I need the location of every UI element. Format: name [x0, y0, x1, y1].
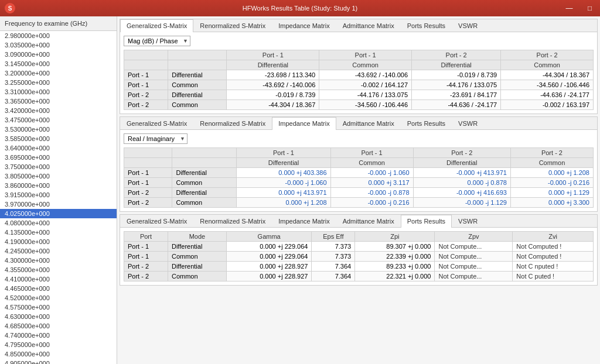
z-th-common2: Common — [510, 158, 593, 168]
tab2-renorm-s[interactable]: Renormalized S-Matrix — [193, 117, 272, 129]
sidebar-item[interactable]: 4.190000e+000 — [0, 237, 117, 246]
tab2-vswr[interactable]: VSWR — [452, 117, 484, 129]
tab-bar-1: Generalized S-Matrix Renormalized S-Matr… — [120, 19, 597, 32]
tab2-impedance[interactable]: Impedance Matrix — [272, 117, 336, 130]
z-th-empty1 — [124, 148, 172, 158]
restore-button[interactable]: □ — [579, 0, 600, 16]
sidebar-item[interactable]: 4.520000e+000 — [0, 293, 117, 303]
table-row: Port - 1Differential-23.698 / 113.340-43… — [124, 70, 594, 80]
impedance-dropdown[interactable]: Real / Imaginary — [124, 133, 188, 144]
sidebar-item[interactable]: 3.255000e+000 — [0, 78, 117, 87]
z-th-port2b: Port - 2 — [510, 148, 593, 158]
sidebar-item[interactable]: 4.300000e+000 — [0, 256, 117, 265]
sidebar-item[interactable]: 3.695000e+000 — [0, 153, 117, 162]
cell-value: 0.000 +j 3.117 — [330, 178, 413, 188]
sidebar-item[interactable]: 4.630000e+000 — [0, 312, 117, 321]
sidebar-item[interactable]: 3.915000e+000 — [0, 190, 117, 200]
tab-impedance-1[interactable]: Impedance Matrix — [272, 19, 336, 32]
cell-value: -43.692 / -140.006 — [319, 70, 412, 80]
sidebar-item[interactable]: 3.475000e+000 — [0, 115, 117, 125]
ports-table: Port Mode Gamma Eps Eff Zpi Zpv Zvi Port… — [124, 231, 594, 281]
cell-label: Port - 2 — [124, 188, 172, 198]
window-controls[interactable]: — □ — [559, 0, 600, 16]
tab3-renorm-s[interactable]: Renormalized S-Matrix — [193, 215, 272, 227]
cell-label: Differential — [168, 262, 226, 272]
th-port1b: Port - 1 — [319, 50, 412, 60]
sidebar-item[interactable]: 3.805000e+000 — [0, 171, 117, 181]
frequency-sidebar[interactable]: Frequency to examine (GHz) 2.980000e+000… — [0, 16, 117, 364]
table-row: Port - 2Differential-0.019 / 8.739-44.17… — [124, 90, 594, 100]
sidebar-item[interactable]: 3.365000e+000 — [0, 97, 117, 106]
cell-value: 0.000 +j 403.386 — [237, 168, 330, 178]
sidebar-item[interactable]: 4.025000e+000 — [0, 209, 117, 218]
cell-value: -44.636 / -24.177 — [501, 90, 594, 100]
sidebar-item[interactable]: 3.200000e+000 — [0, 68, 117, 78]
sidebar-item[interactable]: 4.685000e+000 — [0, 321, 117, 331]
cell-label: Port - 1 — [124, 168, 172, 178]
sidebar-item[interactable]: 4.355000e+000 — [0, 265, 117, 274]
tab-generalized-s[interactable]: Generalized S-Matrix — [120, 19, 193, 32]
app-icon: S — [5, 3, 15, 13]
sidebar-item[interactable]: 2.980000e+000 — [0, 31, 117, 40]
p-th-zpv: Zpv — [435, 232, 513, 242]
tab2-admittance[interactable]: Admittance Matrix — [336, 117, 401, 129]
sidebar-item[interactable]: 3.145000e+000 — [0, 59, 117, 68]
sidebar-item[interactable]: 3.640000e+000 — [0, 143, 117, 153]
cell-value: 0.000 +j 1.208 — [237, 198, 330, 208]
sidebar-item[interactable]: 3.310000e+000 — [0, 87, 117, 97]
cell-value: -34.560 / -106.446 — [501, 80, 594, 90]
cell-value: -0.002 / 164.127 — [319, 80, 412, 90]
sidebar-item[interactable]: 3.750000e+000 — [0, 162, 117, 171]
sidebar-item[interactable]: 3.035000e+000 — [0, 40, 117, 50]
minimize-button[interactable]: — — [559, 0, 579, 16]
tab3-vswr[interactable]: VSWR — [452, 215, 484, 227]
impedance-dropdown-wrapper[interactable]: Real / Imaginary ▼ — [124, 133, 188, 144]
sidebar-item[interactable]: 3.970000e+000 — [0, 200, 117, 209]
cell-value: 0.000 +j 1.129 — [510, 188, 593, 198]
cell-value: -0.000 -j 1.060 — [330, 168, 413, 178]
tab-vswr-1[interactable]: VSWR — [452, 19, 484, 32]
sidebar-item[interactable]: 4.245000e+000 — [0, 246, 117, 256]
not-computed-cell: Not Compute... — [435, 242, 513, 252]
sidebar-item[interactable]: 4.465000e+000 — [0, 284, 117, 293]
tab3-ports[interactable]: Ports Results — [401, 215, 452, 228]
table-row: Port - 1Common-43.692 / -140.006-0.002 /… — [124, 80, 594, 90]
not-computed-cell: Not Compute... — [435, 272, 513, 281]
tab-admittance-1[interactable]: Admittance Matrix — [336, 19, 401, 32]
table-row: Port - 2Common0.000 +j 1.208-0.000 -j 0.… — [124, 198, 594, 208]
cell-label: Differential — [168, 242, 226, 252]
tab3-admittance[interactable]: Admittance Matrix — [336, 215, 401, 227]
sidebar-item[interactable]: 4.905000e+000 — [0, 359, 117, 364]
smatrix-dropdown-wrapper[interactable]: Mag (dB) / Phase ▼ — [124, 36, 190, 46]
sidebar-item[interactable]: 3.530000e+000 — [0, 125, 117, 134]
sidebar-item[interactable]: 4.740000e+000 — [0, 331, 117, 340]
tab-ports-1[interactable]: Ports Results — [401, 19, 452, 32]
table-row: Port - 1Differential0.000 +j 229.0647.37… — [124, 242, 594, 252]
smatrix-dropdown[interactable]: Mag (dB) / Phase — [124, 36, 190, 46]
cell-value: 22.339 +j 0.000 — [355, 252, 435, 262]
sidebar-item[interactable]: 3.420000e+000 — [0, 106, 117, 115]
smatrix-section: Mag (dB) / Phase ▼ Port - 1 Port - 1 Por… — [120, 32, 597, 114]
table-row: Port - 2Differential0.000 +j 413.971-0.0… — [124, 188, 594, 198]
cell-value: -44.176 / 133.075 — [319, 90, 412, 100]
tab3-gen-s[interactable]: Generalized S-Matrix — [120, 215, 193, 227]
sidebar-item[interactable]: 3.860000e+000 — [0, 181, 117, 190]
main-container: Frequency to examine (GHz) 2.980000e+000… — [0, 16, 600, 364]
sidebar-item[interactable]: 4.795000e+000 — [0, 340, 117, 349]
cell-value: 0.000 +j 3.300 — [510, 198, 593, 208]
tab2-gen-s[interactable]: Generalized S-Matrix — [120, 117, 193, 129]
sidebar-item[interactable]: 4.575000e+000 — [0, 303, 117, 312]
table-row: Port - 1Common-0.000 -j 1.0600.000 +j 3.… — [124, 178, 594, 188]
tab2-ports[interactable]: Ports Results — [401, 117, 452, 129]
th-empty2 — [168, 50, 227, 60]
sidebar-item[interactable]: 4.080000e+000 — [0, 218, 117, 228]
sidebar-item[interactable]: 4.410000e+000 — [0, 274, 117, 284]
tab3-impedance[interactable]: Impedance Matrix — [272, 215, 336, 227]
th-port1a: Port - 1 — [227, 50, 319, 60]
sidebar-item[interactable]: 4.135000e+000 — [0, 228, 117, 237]
sidebar-item[interactable]: 3.585000e+000 — [0, 134, 117, 143]
impedance-table: Port - 1 Port - 1 Port - 2 Port - 2 Diff… — [124, 147, 594, 208]
sidebar-item[interactable]: 3.090000e+000 — [0, 50, 117, 59]
sidebar-item[interactable]: 4.850000e+000 — [0, 349, 117, 359]
tab-renorm-s[interactable]: Renormalized S-Matrix — [193, 19, 272, 32]
